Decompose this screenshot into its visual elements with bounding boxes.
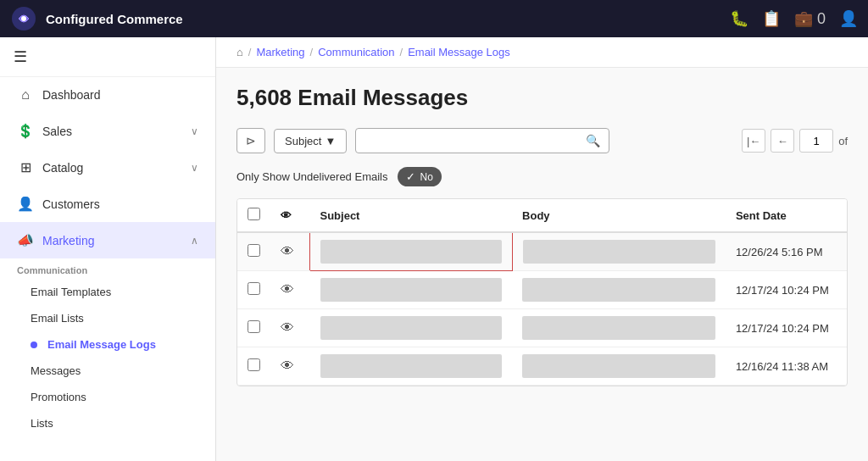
table-row: 👁 12/17/24 10:24 PM bbox=[237, 309, 847, 347]
catalog-icon: ⊞ bbox=[17, 159, 34, 175]
sidebar-nav: ⌂ Dashboard 💲 Sales ∨ ⊞ Catalog ∨ 👤 Cust… bbox=[0, 77, 215, 461]
marketing-chevron: ∧ bbox=[191, 235, 198, 247]
row-eye-cell: 👁 bbox=[270, 309, 310, 347]
th-checkbox bbox=[237, 199, 270, 232]
row-checkbox[interactable] bbox=[248, 244, 260, 257]
eye-header-icon: 👁 bbox=[281, 209, 292, 222]
page-number-input[interactable] bbox=[799, 129, 833, 153]
page-title: 5,608 Email Messages bbox=[236, 85, 848, 111]
subject-redacted bbox=[320, 278, 503, 302]
sidebar-item-marketing[interactable]: 📣 Marketing ∧ bbox=[0, 222, 215, 258]
row-subject-cell bbox=[310, 232, 513, 271]
pagination-first-button[interactable]: |← bbox=[742, 129, 765, 153]
toggle-value: No bbox=[420, 171, 432, 183]
row-body-cell bbox=[512, 271, 726, 309]
main-content: ⌂ / Marketing / Communication / Email Me… bbox=[216, 37, 868, 461]
content-area: 5,608 Email Messages ⊳ Subject ▼ 🔍 |← bbox=[216, 68, 868, 461]
marketing-icon: 📣 bbox=[17, 232, 34, 248]
row-body-cell bbox=[512, 309, 726, 347]
communication-section-label: Communication bbox=[0, 258, 215, 279]
sidebar-item-sales[interactable]: 💲 Sales ∨ bbox=[0, 113, 215, 149]
filter-button[interactable]: ⊳ bbox=[236, 128, 265, 153]
sidebar: ☰ ⌂ Dashboard 💲 Sales ∨ ⊞ Catalog ∨ 👤 Cu… bbox=[0, 37, 216, 461]
active-bullet bbox=[31, 342, 37, 348]
row-body-cell bbox=[512, 347, 726, 386]
th-sent-date: Sent Date bbox=[726, 199, 847, 232]
toggle-check-icon: ✓ bbox=[406, 170, 415, 183]
row-checkbox-cell bbox=[237, 271, 270, 309]
row-eye-icon[interactable]: 👁 bbox=[281, 320, 294, 335]
row-checkbox[interactable] bbox=[248, 320, 260, 333]
search-input[interactable] bbox=[364, 135, 581, 147]
sidebar-item-email-lists[interactable]: Email Lists bbox=[0, 305, 215, 331]
select-all-checkbox[interactable] bbox=[248, 208, 260, 220]
pagination: |← ← of bbox=[742, 129, 848, 153]
home-icon[interactable]: ⌂ bbox=[236, 46, 243, 58]
row-body-cell bbox=[512, 232, 726, 271]
row-sent-date: 12/16/24 11:38 AM bbox=[726, 347, 847, 386]
body-redacted bbox=[522, 354, 715, 378]
app-logo bbox=[10, 5, 37, 32]
row-subject-cell bbox=[310, 271, 513, 309]
sidebar-item-customers[interactable]: 👤 Customers bbox=[0, 186, 215, 222]
row-checkbox-cell bbox=[237, 232, 270, 271]
subject-dropdown[interactable]: Subject ▼ bbox=[274, 129, 347, 153]
row-checkbox-cell bbox=[237, 347, 270, 386]
dashboard-icon: ⌂ bbox=[17, 87, 34, 103]
sidebar-item-email-message-logs[interactable]: Email Message Logs bbox=[0, 331, 215, 358]
row-subject-cell bbox=[310, 309, 513, 347]
search-input-wrap: 🔍 bbox=[355, 128, 609, 153]
first-page-icon: |← bbox=[747, 135, 760, 147]
row-checkbox[interactable] bbox=[248, 282, 260, 295]
table-row: 👁 12/17/24 10:24 PM bbox=[237, 271, 847, 309]
sales-icon: 💲 bbox=[17, 123, 34, 139]
breadcrumb-email-message-logs[interactable]: Email Message Logs bbox=[408, 46, 510, 58]
subject-redacted bbox=[320, 354, 503, 378]
subject-dropdown-arrow: ▼ bbox=[325, 135, 336, 147]
breadcrumb-marketing[interactable]: Marketing bbox=[256, 46, 304, 58]
body-redacted bbox=[522, 278, 715, 302]
table-row: 👁 12/26/24 5:16 PM bbox=[237, 232, 847, 271]
pagination-prev-button[interactable]: ← bbox=[771, 129, 794, 153]
app-title: Configured Commerce bbox=[46, 12, 183, 26]
customers-icon: 👤 bbox=[17, 196, 34, 212]
table-header-row: 👁 Subject Body Sent Date bbox=[237, 199, 847, 232]
undelivered-label: Only Show Undelivered Emails bbox=[236, 170, 387, 183]
sidebar-item-lists[interactable]: Lists bbox=[0, 410, 215, 436]
th-subject: Subject bbox=[310, 199, 513, 232]
filter-icon: ⊳ bbox=[246, 134, 256, 147]
briefcase-icon[interactable]: 💼 0 bbox=[794, 9, 826, 28]
body-redacted bbox=[523, 240, 715, 264]
search-icon: 🔍 bbox=[586, 134, 600, 147]
row-eye-cell: 👁 bbox=[270, 232, 310, 271]
row-eye-cell: 👁 bbox=[270, 347, 310, 386]
row-eye-icon[interactable]: 👁 bbox=[281, 244, 294, 258]
row-eye-icon[interactable]: 👁 bbox=[281, 358, 294, 373]
row-sent-date: 12/17/24 10:24 PM bbox=[726, 309, 847, 347]
subject-redacted bbox=[320, 316, 503, 340]
row-eye-cell: 👁 bbox=[270, 271, 310, 309]
sidebar-item-messages[interactable]: Messages bbox=[0, 358, 215, 384]
breadcrumb-communication[interactable]: Communication bbox=[318, 46, 394, 58]
topbar-actions: 🐛 📋 💼 0 👤 bbox=[730, 9, 858, 28]
sidebar-item-dashboard[interactable]: ⌂ Dashboard bbox=[0, 77, 215, 113]
body-redacted bbox=[522, 316, 715, 340]
layout: ☰ ⌂ Dashboard 💲 Sales ∨ ⊞ Catalog ∨ 👤 Cu… bbox=[0, 37, 868, 461]
row-subject-cell bbox=[310, 347, 513, 386]
row-sent-date: 12/26/24 5:16 PM bbox=[726, 232, 847, 271]
sales-chevron: ∨ bbox=[191, 125, 198, 137]
undelivered-toggle-row: Only Show Undelivered Emails ✓ No bbox=[236, 167, 848, 186]
sidebar-item-email-templates[interactable]: Email Templates bbox=[0, 279, 215, 305]
sidebar-item-promotions[interactable]: Promotions bbox=[0, 384, 215, 410]
hamburger-menu[interactable]: ☰ bbox=[0, 37, 215, 77]
table-row: 👁 12/16/24 11:38 AM bbox=[237, 347, 847, 386]
undelivered-toggle[interactable]: ✓ No bbox=[398, 167, 441, 186]
sidebar-item-catalog[interactable]: ⊞ Catalog ∨ bbox=[0, 149, 215, 186]
user-icon[interactable]: 👤 bbox=[839, 9, 858, 28]
row-eye-icon[interactable]: 👁 bbox=[281, 282, 294, 297]
row-checkbox[interactable] bbox=[248, 358, 260, 371]
breadcrumb: ⌂ / Marketing / Communication / Email Me… bbox=[216, 37, 868, 68]
bug-icon[interactable]: 🐛 bbox=[730, 9, 748, 28]
clipboard-icon[interactable]: 📋 bbox=[762, 9, 781, 28]
catalog-chevron: ∨ bbox=[191, 162, 198, 174]
